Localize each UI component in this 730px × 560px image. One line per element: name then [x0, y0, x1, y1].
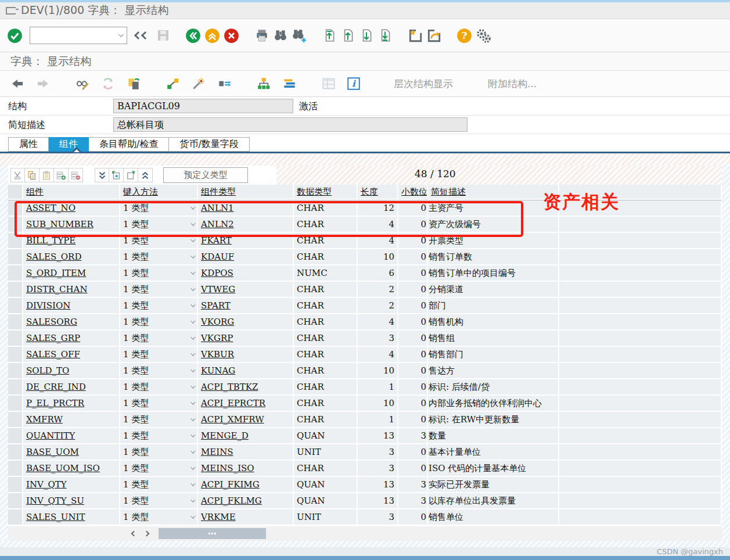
component-link[interactable]: SALES_OFF — [26, 349, 80, 360]
scroll-left-icon[interactable] — [127, 528, 140, 540]
chevron-down-icon[interactable] — [190, 318, 195, 323]
activate-wand-icon[interactable] — [190, 76, 207, 91]
key-method-value[interactable]: 1 类型 — [123, 217, 149, 232]
row-selector[interactable] — [8, 461, 23, 477]
chevron-down-icon[interactable] — [190, 286, 195, 290]
predefined-type-button[interactable]: 预定义类型 — [163, 167, 248, 183]
col-header-component[interactable]: 组件 — [23, 185, 120, 200]
structure-field[interactable]: BAPIACGL09 — [113, 99, 293, 113]
component-type-link[interactable]: SPART — [201, 300, 231, 311]
row-selector[interactable] — [8, 265, 23, 282]
component-type-link[interactable]: VTWEG — [201, 284, 235, 295]
component-type-link[interactable]: ACPI_XMFRW — [201, 414, 264, 425]
col-header-description[interactable]: 简短描述 — [428, 185, 559, 200]
component-link[interactable]: SUB_NUMBER — [26, 219, 94, 229]
col-header-component-type[interactable]: 组件类型 — [198, 185, 294, 200]
row-selector[interactable] — [8, 477, 23, 493]
nav-forward-icon[interactable] — [35, 77, 51, 91]
key-method-value[interactable]: 1 类型 — [123, 233, 149, 248]
component-type-link[interactable]: MEINS_ISO — [201, 463, 254, 473]
chevron-down-icon[interactable] — [190, 432, 195, 437]
paste-rows-icon[interactable] — [39, 168, 54, 182]
row-selector[interactable] — [8, 331, 23, 347]
component-type-link[interactable]: ACPI_EPRCTR — [201, 398, 265, 408]
component-type-link[interactable]: ACPI_TBTKZ — [201, 382, 258, 392]
key-method-value[interactable]: 1 类型 — [123, 298, 149, 313]
row-selector[interactable] — [8, 217, 23, 233]
key-method-value[interactable]: 1 类型 — [123, 363, 149, 378]
collapse-command-icon[interactable] — [135, 33, 148, 38]
component-type-link[interactable]: MENGE_D — [201, 430, 249, 441]
component-type-link[interactable]: VKGRP — [201, 333, 233, 343]
row-selector[interactable] — [8, 298, 23, 314]
col-header-data-type[interactable]: 数据类型 — [294, 185, 358, 200]
key-method-value[interactable]: 1 类型 — [123, 249, 149, 264]
help-icon[interactable]: ? — [456, 28, 472, 44]
chevron-down-icon[interactable] — [190, 416, 195, 421]
row-selector[interactable] — [8, 363, 23, 379]
command-field[interactable] — [30, 27, 127, 44]
refresh-icon[interactable] — [100, 76, 116, 91]
row-selector[interactable] — [8, 233, 23, 249]
chevron-down-icon[interactable] — [190, 400, 195, 404]
component-link[interactable]: SOLD_TO — [26, 365, 69, 376]
first-page-icon[interactable] — [322, 28, 337, 43]
row-selector[interactable] — [8, 249, 23, 265]
page-down-icon[interactable] — [359, 28, 374, 43]
row-selector[interactable] — [8, 314, 23, 331]
chevron-down-icon[interactable] — [190, 221, 195, 225]
page-up-icon[interactable] — [340, 28, 355, 43]
key-method-value[interactable]: 1 类型 — [123, 412, 149, 427]
key-method-value[interactable]: 1 类型 — [123, 200, 149, 216]
where-used-icon[interactable] — [216, 76, 232, 91]
chevron-down-icon[interactable] — [190, 367, 195, 372]
copy-rows-icon[interactable] — [25, 168, 39, 182]
find-icon[interactable] — [273, 28, 288, 43]
component-link[interactable]: XMFRW — [26, 414, 63, 425]
component-link[interactable]: P_EL_PRCTR — [26, 398, 84, 408]
expand-all-icon[interactable] — [138, 168, 153, 182]
row-selector[interactable] — [8, 282, 23, 298]
chevron-down-icon[interactable] — [190, 302, 195, 307]
component-link[interactable]: INV_QTY — [26, 479, 67, 490]
new-session-icon[interactable] — [408, 28, 423, 43]
component-link[interactable]: S_ORD_ITEM — [26, 268, 86, 278]
component-type-link[interactable]: MEINS — [201, 447, 233, 457]
row-selector[interactable] — [8, 444, 23, 461]
chevron-down-icon[interactable] — [190, 448, 195, 453]
chevron-down-icon[interactable] — [190, 237, 195, 242]
row-selector[interactable] — [8, 493, 23, 509]
component-type-link[interactable]: VKBUR — [201, 349, 234, 360]
cut-icon[interactable] — [10, 168, 25, 182]
row-selector[interactable] — [8, 347, 23, 363]
component-type-link[interactable]: KDAUF — [201, 252, 234, 262]
last-page-icon[interactable] — [377, 28, 393, 43]
collapse-all-icon[interactable] — [95, 168, 109, 182]
chevron-down-icon[interactable] — [190, 514, 195, 518]
chevron-down-icon[interactable] — [190, 270, 195, 274]
enter-check-icon[interactable] — [7, 28, 23, 44]
component-link[interactable]: BASE_UOM_ISO — [26, 463, 100, 473]
save-icon[interactable] — [156, 28, 170, 42]
scroll-right-icon[interactable] — [140, 528, 153, 540]
insert-row-icon[interactable] — [54, 168, 69, 182]
component-type-link[interactable]: FKART — [201, 235, 232, 246]
hierarchy-display-button[interactable]: 层次结构显示 — [388, 75, 459, 93]
insert-empty-entry-icon[interactable] — [124, 168, 138, 182]
chevron-down-icon[interactable] — [190, 481, 195, 486]
key-method-value[interactable]: 1 类型 — [123, 493, 149, 508]
component-type-link[interactable]: ACPI_FKLMG — [201, 496, 262, 506]
component-link[interactable]: BILL_TYPE — [26, 235, 75, 246]
compare-icon[interactable] — [165, 76, 181, 91]
chevron-down-icon[interactable] — [190, 497, 195, 502]
key-method-value[interactable]: 1 类型 — [123, 314, 149, 329]
component-link[interactable]: SALES_UNIT — [26, 512, 85, 522]
component-type-link[interactable]: KUNAG — [201, 365, 235, 376]
component-link[interactable]: QUANTITY — [26, 430, 75, 441]
key-method-value[interactable]: 1 类型 — [123, 428, 149, 443]
row-selector[interactable] — [8, 428, 23, 444]
create-shortcut-icon[interactable] — [426, 28, 441, 43]
row-selector[interactable] — [8, 509, 23, 526]
key-method-value[interactable]: 1 类型 — [123, 396, 149, 411]
row-selector[interactable] — [8, 412, 23, 428]
